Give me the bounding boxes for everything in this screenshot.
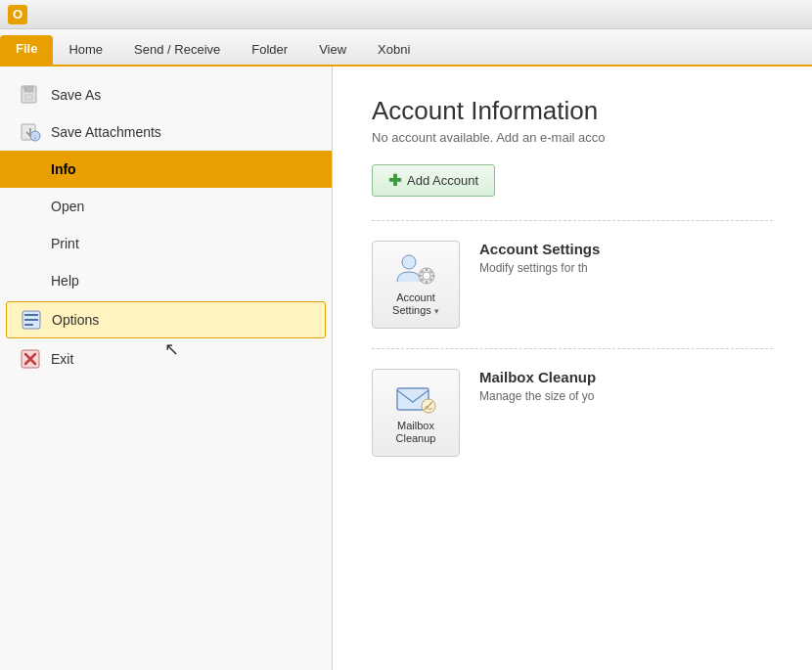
open-label: Open — [51, 199, 84, 214]
mailbox-cleanup-description: Manage the size of yo — [479, 389, 596, 403]
options-label: Options — [52, 312, 99, 328]
sidebar-item-exit[interactable]: Exit — [0, 340, 332, 378]
svg-point-11 — [402, 255, 416, 269]
tab-xobni[interactable]: Xobni — [362, 36, 426, 65]
sidebar-item-save-attachments[interactable]: ↓ Save Attachments — [0, 113, 332, 151]
mailbox-cleanup-button[interactable]: MailboxCleanup — [372, 369, 460, 457]
svg-rect-7 — [24, 314, 38, 316]
exit-icon — [20, 348, 41, 370]
sidebar-item-print[interactable]: Print — [0, 225, 332, 262]
ribbon-tabs: File Home Send / Receive Folder View Xob… — [0, 29, 812, 67]
svg-rect-14 — [426, 268, 428, 271]
open-icon — [20, 196, 41, 217]
mailbox-cleanup-button-icon — [395, 380, 436, 416]
mailbox-cleanup-text: Mailbox Cleanup Manage the size of yo — [479, 369, 596, 403]
account-settings-section: AccountSettings ▾ Account Settings Modif… — [372, 241, 773, 329]
add-account-label: Add Account — [407, 173, 478, 188]
title-bar: O — [0, 0, 812, 29]
sidebar-item-open[interactable]: Open — [0, 188, 332, 225]
mailbox-cleanup-section: MailboxCleanup Mailbox Cleanup Manage th… — [372, 369, 773, 457]
main-container: Save As ↓ Save Attachments Info Op — [0, 67, 812, 670]
account-settings-description: Modify settings for th — [479, 261, 600, 275]
svg-text:↓: ↓ — [33, 133, 37, 140]
add-account-button[interactable]: ✚ Add Account — [372, 164, 495, 197]
save-as-icon — [20, 84, 41, 106]
save-attachments-icon: ↓ — [20, 121, 41, 143]
section-divider-2 — [372, 348, 773, 349]
tab-home[interactable]: Home — [53, 36, 118, 65]
mailbox-cleanup-heading: Mailbox Cleanup — [479, 369, 596, 385]
info-icon — [20, 158, 41, 180]
print-icon — [20, 233, 41, 254]
content-area: Account Information No account available… — [333, 67, 812, 670]
tab-view[interactable]: View — [303, 36, 362, 65]
sidebar-item-save-as[interactable]: Save As — [0, 76, 332, 113]
account-settings-button[interactable]: AccountSettings ▾ — [372, 241, 460, 329]
help-label: Help — [51, 273, 79, 289]
account-settings-text: Account Settings Modify settings for th — [479, 241, 600, 275]
tab-file[interactable]: File — [0, 35, 53, 65]
help-icon — [20, 270, 41, 291]
svg-rect-16 — [419, 275, 422, 277]
svg-rect-15 — [426, 281, 428, 284]
tab-send-receive[interactable]: Send / Receive — [118, 36, 236, 65]
svg-rect-9 — [24, 324, 33, 326]
sidebar-item-info[interactable]: Info — [0, 151, 332, 188]
save-attachments-label: Save Attachments — [51, 124, 161, 140]
sidebar-item-help[interactable]: Help — [0, 262, 332, 299]
svg-rect-17 — [431, 275, 434, 277]
exit-label: Exit — [51, 351, 73, 367]
outlook-icon: O — [8, 5, 27, 24]
sidebar-item-options[interactable]: Options — [6, 301, 326, 338]
svg-point-13 — [423, 272, 430, 280]
options-icon — [21, 309, 42, 331]
svg-rect-8 — [24, 319, 38, 321]
mailbox-cleanup-button-label: MailboxCleanup — [396, 420, 436, 445]
account-settings-button-label: AccountSettings ▾ — [392, 291, 439, 317]
account-settings-heading: Account Settings — [479, 241, 600, 257]
save-as-label: Save As — [51, 87, 101, 103]
account-settings-dropdown-arrow: ▾ — [434, 306, 439, 316]
content-title: Account Information — [372, 96, 773, 126]
svg-rect-2 — [25, 95, 32, 100]
info-label: Info — [51, 161, 76, 177]
section-divider-1 — [372, 220, 773, 221]
plus-icon: ✚ — [388, 171, 401, 190]
account-settings-button-icon — [395, 252, 436, 288]
content-subtitle: No account available. Add an e-mail acco — [372, 130, 773, 145]
sidebar: Save As ↓ Save Attachments Info Op — [0, 67, 333, 670]
print-label: Print — [51, 236, 79, 251]
tab-folder[interactable]: Folder — [236, 36, 303, 65]
